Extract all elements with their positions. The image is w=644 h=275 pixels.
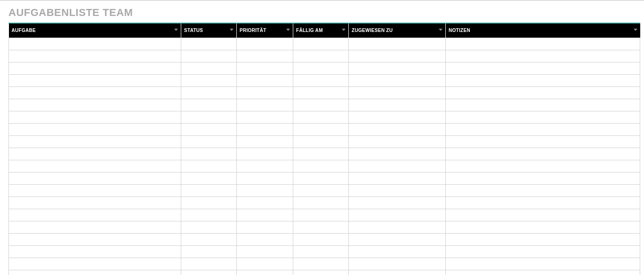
cell-aufgabe[interactable]: [9, 160, 181, 172]
cell-prioritaet[interactable]: [237, 258, 293, 270]
column-header-faellig[interactable]: FÄLLIG AM: [293, 24, 349, 38]
cell-notizen[interactable]: [446, 233, 640, 245]
cell-zugewiesen[interactable]: [349, 50, 446, 62]
cell-faellig[interactable]: [293, 245, 349, 258]
cell-faellig[interactable]: [293, 111, 349, 123]
cell-notizen[interactable]: [446, 62, 640, 74]
cell-aufgabe[interactable]: [9, 245, 181, 258]
cell-faellig[interactable]: [293, 233, 349, 245]
cell-zugewiesen[interactable]: [349, 86, 446, 99]
cell-zugewiesen[interactable]: [349, 62, 446, 74]
cell-zugewiesen[interactable]: [349, 233, 446, 245]
cell-faellig[interactable]: [293, 135, 349, 148]
cell-aufgabe[interactable]: [9, 38, 181, 50]
cell-prioritaet[interactable]: [237, 74, 293, 86]
cell-prioritaet[interactable]: [237, 196, 293, 209]
cell-notizen[interactable]: [446, 123, 640, 135]
filter-icon[interactable]: [342, 29, 346, 32]
cell-status[interactable]: [181, 111, 237, 123]
cell-status[interactable]: [181, 270, 237, 275]
cell-prioritaet[interactable]: [237, 221, 293, 233]
cell-notizen[interactable]: [446, 258, 640, 270]
cell-status[interactable]: [181, 148, 237, 160]
column-header-aufgabe[interactable]: AUFGABE: [9, 24, 181, 38]
cell-status[interactable]: [181, 245, 237, 258]
cell-zugewiesen[interactable]: [349, 160, 446, 172]
cell-faellig[interactable]: [293, 99, 349, 111]
cell-aufgabe[interactable]: [9, 123, 181, 135]
filter-icon[interactable]: [286, 29, 290, 32]
cell-status[interactable]: [181, 86, 237, 99]
cell-prioritaet[interactable]: [237, 233, 293, 245]
cell-notizen[interactable]: [446, 50, 640, 62]
cell-aufgabe[interactable]: [9, 221, 181, 233]
cell-status[interactable]: [181, 62, 237, 74]
cell-status[interactable]: [181, 99, 237, 111]
cell-notizen[interactable]: [446, 74, 640, 86]
filter-icon[interactable]: [230, 29, 233, 32]
cell-zugewiesen[interactable]: [349, 38, 446, 50]
cell-faellig[interactable]: [293, 209, 349, 221]
cell-prioritaet[interactable]: [237, 245, 293, 258]
cell-notizen[interactable]: [446, 99, 640, 111]
cell-zugewiesen[interactable]: [349, 111, 446, 123]
cell-status[interactable]: [181, 50, 237, 62]
cell-status[interactable]: [181, 233, 237, 245]
cell-faellig[interactable]: [293, 74, 349, 86]
cell-notizen[interactable]: [446, 38, 640, 50]
cell-prioritaet[interactable]: [237, 99, 293, 111]
cell-prioritaet[interactable]: [237, 38, 293, 50]
cell-notizen[interactable]: [446, 184, 640, 196]
cell-prioritaet[interactable]: [237, 50, 293, 62]
cell-aufgabe[interactable]: [9, 172, 181, 184]
filter-icon[interactable]: [174, 29, 178, 32]
cell-status[interactable]: [181, 209, 237, 221]
cell-zugewiesen[interactable]: [349, 172, 446, 184]
cell-status[interactable]: [181, 172, 237, 184]
cell-aufgabe[interactable]: [9, 86, 181, 99]
cell-status[interactable]: [181, 123, 237, 135]
cell-zugewiesen[interactable]: [349, 184, 446, 196]
cell-aufgabe[interactable]: [9, 62, 181, 74]
cell-faellig[interactable]: [293, 221, 349, 233]
cell-status[interactable]: [181, 160, 237, 172]
cell-zugewiesen[interactable]: [349, 258, 446, 270]
cell-faellig[interactable]: [293, 148, 349, 160]
filter-icon[interactable]: [634, 29, 637, 32]
cell-prioritaet[interactable]: [237, 209, 293, 221]
cell-faellig[interactable]: [293, 123, 349, 135]
cell-aufgabe[interactable]: [9, 135, 181, 148]
column-header-notizen[interactable]: NOTIZEN: [446, 24, 640, 38]
cell-notizen[interactable]: [446, 209, 640, 221]
cell-status[interactable]: [181, 38, 237, 50]
cell-faellig[interactable]: [293, 50, 349, 62]
cell-prioritaet[interactable]: [237, 135, 293, 148]
cell-aufgabe[interactable]: [9, 74, 181, 86]
cell-faellig[interactable]: [293, 160, 349, 172]
cell-aufgabe[interactable]: [9, 50, 181, 62]
cell-notizen[interactable]: [446, 86, 640, 99]
cell-faellig[interactable]: [293, 184, 349, 196]
filter-icon[interactable]: [439, 29, 443, 32]
cell-prioritaet[interactable]: [237, 111, 293, 123]
cell-aufgabe[interactable]: [9, 148, 181, 160]
cell-notizen[interactable]: [446, 111, 640, 123]
cell-status[interactable]: [181, 135, 237, 148]
cell-notizen[interactable]: [446, 221, 640, 233]
column-header-zugewiesen[interactable]: ZUGEWIESEN ZU: [349, 24, 446, 38]
cell-faellig[interactable]: [293, 172, 349, 184]
cell-zugewiesen[interactable]: [349, 123, 446, 135]
cell-prioritaet[interactable]: [237, 62, 293, 74]
cell-zugewiesen[interactable]: [349, 74, 446, 86]
cell-status[interactable]: [181, 184, 237, 196]
cell-prioritaet[interactable]: [237, 160, 293, 172]
cell-status[interactable]: [181, 196, 237, 209]
cell-faellig[interactable]: [293, 62, 349, 74]
cell-notizen[interactable]: [446, 196, 640, 209]
cell-zugewiesen[interactable]: [349, 209, 446, 221]
cell-notizen[interactable]: [446, 148, 640, 160]
cell-aufgabe[interactable]: [9, 270, 181, 275]
cell-zugewiesen[interactable]: [349, 196, 446, 209]
cell-zugewiesen[interactable]: [349, 221, 446, 233]
cell-aufgabe[interactable]: [9, 209, 181, 221]
